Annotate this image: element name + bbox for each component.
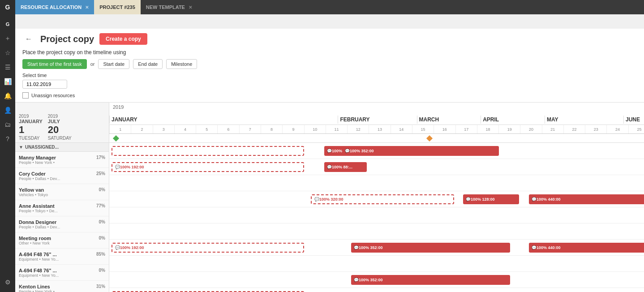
resource-pct: 0% <box>99 236 105 240</box>
sidebar-icon-chart[interactable]: 📊 <box>1 75 14 88</box>
task-icon: 💬 <box>466 197 471 202</box>
task-bar[interactable]: 💬 100% 352:00 <box>351 243 510 253</box>
sidebar-icon-home[interactable]: G <box>1 18 14 30</box>
tab-resource-allocation[interactable]: RESOURCE ALLOCATION ✕ <box>15 0 94 14</box>
end-date-option[interactable]: End date <box>133 59 163 69</box>
task-bar[interactable]: 💬 100% 88:... <box>324 162 367 172</box>
week-21: 21 <box>542 125 563 133</box>
tab-bar: G RESOURCE ALLOCATION ✕ PROJECT #235 NEW… <box>0 0 644 14</box>
month-may: MAY <box>545 116 623 124</box>
sidebar-icon-folder[interactable]: 🗂 <box>1 118 14 131</box>
task-row-zachary <box>109 288 644 292</box>
sidebar-icon-list[interactable]: ☰ <box>1 61 14 73</box>
week-17: 17 <box>455 125 477 133</box>
week-13: 13 <box>369 125 390 133</box>
option-row: Start time of the first task or Start da… <box>22 59 637 69</box>
unassign-label: Unassign resources <box>31 93 75 98</box>
list-item[interactable]: Yellow van0% Vehicles • Tokyo <box>15 184 109 200</box>
week-7: 7 <box>239 125 261 133</box>
task-icon: 💬 <box>314 197 319 202</box>
sidebar-icon-bell[interactable]: 🔔 <box>1 90 14 102</box>
sidebar-icon-add[interactable]: ＋ <box>1 32 14 45</box>
resource-pct: 0% <box>99 187 105 192</box>
month-june: JUNE <box>623 116 644 124</box>
task-row-yellow-van <box>109 175 644 191</box>
sidebar-icon-star[interactable]: ☆ <box>1 47 14 59</box>
list-item[interactable]: Donna Designer0% People • Dallas • Dev..… <box>15 216 109 232</box>
week-18: 18 <box>477 125 498 133</box>
resource-name-text: Meeting room <box>19 236 51 241</box>
task-icon: 💬 <box>327 165 332 169</box>
milestone-option[interactable]: Milestone <box>166 59 197 69</box>
task-row-anne: 💬 100% 320:00 💬 100% 128:00 💬 100% 440:0… <box>109 191 644 207</box>
list-item[interactable]: Cory Coder25% People • Dallas • Dev... <box>15 168 109 184</box>
right-weekday: SATURDAY <box>48 136 72 141</box>
week-6: 6 <box>217 125 239 133</box>
list-item[interactable]: Kenton Lines31% People • New York • <box>15 281 109 292</box>
date-input[interactable] <box>22 80 67 89</box>
tab-new-template[interactable]: NEW TEMPLATE ✕ <box>141 0 197 14</box>
task-bar[interactable]: 💬 100% 352:00 <box>351 275 510 285</box>
resource-pct: 77% <box>96 203 105 208</box>
task-bar[interactable]: 💬 100% 352:00 <box>342 146 499 156</box>
week-14: 14 <box>391 125 412 133</box>
list-item[interactable]: Meeting room0% Other • New York <box>15 232 109 249</box>
right-month: JULY <box>48 119 72 124</box>
start-time-option[interactable]: Start time of the first task <box>22 59 87 69</box>
tab-project-235[interactable]: PROJECT #235 <box>94 0 140 14</box>
tab-close-new-template-icon[interactable]: ✕ <box>189 5 192 10</box>
list-item[interactable]: A-694 F48 76" ...85% Equipment • New Yo.… <box>15 249 109 265</box>
week-4: 4 <box>174 125 196 133</box>
resource-sub: People • Dallas • Dev... <box>19 176 105 181</box>
right-day: 20 <box>48 124 72 136</box>
week-8: 8 <box>261 125 282 133</box>
resource-pct: 17% <box>96 155 105 160</box>
diamond-green-marker <box>113 135 119 142</box>
main-content: ← Project copy Create a copy Place the p… <box>15 29 644 292</box>
task-bar[interactable]: 💬 100% 440:00 <box>529 243 644 253</box>
task-row-meeting <box>109 223 644 240</box>
task-row-a694-1: 💬 100% 192:00 💬 100% 352:00 💬 100% 440:0… <box>109 240 644 256</box>
task-row-cory: 💬 100% 192:00 💬 100% 88:... <box>109 159 644 175</box>
task-icon: 💬 <box>115 165 120 169</box>
collapse-icon: ▼ <box>19 145 23 150</box>
unassign-row: Unassign resources <box>22 92 637 99</box>
task-bar[interactable]: 💬 100% 192:00 <box>112 162 304 172</box>
resource-name-text: Cory Coder <box>19 171 46 176</box>
resource-sub: Vehicles • Tokyo <box>19 193 105 197</box>
tab-label: PROJECT #235 <box>99 4 135 10</box>
timeline-grid[interactable]: 2019 JANUARY FEBRUARY MARCH APRIL MAY JU… <box>109 103 644 292</box>
task-bar[interactable]: 💬 100% 320:00 <box>311 194 454 204</box>
unassign-checkbox[interactable] <box>22 92 29 99</box>
resource-name-text: Donna Designer <box>19 219 56 225</box>
resource-sub: People • Dallas • Dev... <box>19 225 105 229</box>
task-icon: 💬 <box>327 149 332 153</box>
week-23: 23 <box>585 125 606 133</box>
tab-close-icon[interactable]: ✕ <box>85 5 89 10</box>
week-24: 24 <box>606 125 628 133</box>
task-bar[interactable]: 💬 100% 128:00 <box>463 194 519 204</box>
task-row-a694-2 <box>109 256 644 272</box>
resource-name-text: Manny Manager <box>19 155 56 160</box>
resource-sub: Equipment • New Yo... <box>19 257 105 262</box>
task-icon: 💬 <box>354 245 359 250</box>
sidebar-icon-help[interactable]: ? <box>1 133 14 145</box>
start-date-option[interactable]: Start date <box>98 59 129 69</box>
task-icon: 💬 <box>345 149 350 153</box>
list-item[interactable]: A-694 F48 76" ...0% Equipment • New Yo..… <box>15 265 109 281</box>
task-bar[interactable]: 💬 100% 192:00 <box>112 243 304 253</box>
or-text: or <box>90 61 95 67</box>
resource-name-text: Anne Assistant <box>19 203 55 209</box>
list-item[interactable]: Anne Assistant77% People • Tokyo • De... <box>15 200 109 216</box>
unassigned-header[interactable]: ▼ UNASSIGNED... <box>15 143 109 152</box>
create-copy-button[interactable]: Create a copy <box>99 33 147 45</box>
tab-label: RESOURCE ALLOCATION <box>21 4 82 10</box>
month-january: JANUARY <box>109 116 338 124</box>
list-item[interactable]: Manny Manager17% People • New York • <box>15 152 109 168</box>
back-button[interactable]: ← <box>22 34 35 44</box>
sidebar-icon-user[interactable]: 👤 <box>1 104 14 116</box>
task-bar[interactable]: 💬 100% 440:00 <box>529 194 644 204</box>
sidebar-icon-settings[interactable]: ⚙ <box>1 276 14 288</box>
task-bar[interactable] <box>112 146 304 156</box>
week-2: 2 <box>131 125 152 133</box>
